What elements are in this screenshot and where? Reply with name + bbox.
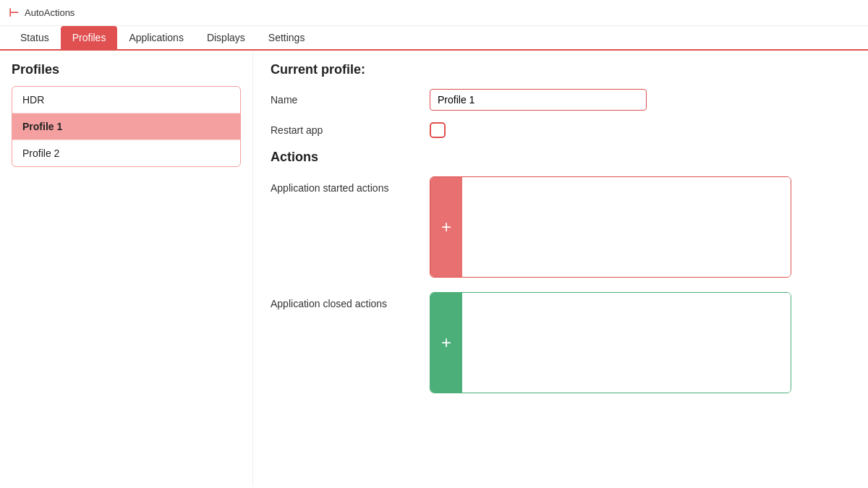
app-icon: ⊢ [9, 6, 19, 20]
profile-item-profile2[interactable]: Profile 2 [12, 140, 240, 166]
nav-applications[interactable]: Applications [117, 26, 195, 49]
restart-label: Restart app [271, 124, 430, 136]
title-bar: ⊢ AutoActions [0, 0, 868, 26]
main-layout: Profiles HDR Profile 1 Profile 2 Current… [0, 51, 868, 487]
app-started-box: + [430, 176, 791, 278]
name-label: Name [271, 94, 430, 106]
app-closed-add-button[interactable]: + [430, 293, 462, 393]
name-input[interactable] [430, 89, 647, 111]
name-row: Name [271, 89, 851, 111]
restart-row: Restart app [271, 122, 851, 138]
content-title: Current profile: [271, 62, 851, 77]
sidebar-title: Profiles [12, 62, 241, 77]
sidebar: Profiles HDR Profile 1 Profile 2 [0, 51, 253, 487]
app-closed-row: Application closed actions + [271, 292, 851, 393]
profile-item-hdr[interactable]: HDR [12, 87, 240, 114]
content-area: Current profile: Name Restart app Action… [253, 51, 868, 487]
nav-status[interactable]: Status [9, 26, 61, 49]
restart-checkbox[interactable] [430, 122, 446, 138]
profile-list: HDR Profile 1 Profile 2 [12, 86, 241, 167]
nav-profiles[interactable]: Profiles [61, 26, 118, 49]
app-started-row: Application started actions + [271, 176, 851, 278]
nav-displays[interactable]: Displays [195, 26, 257, 49]
app-started-add-button[interactable]: + [430, 177, 462, 277]
app-closed-box: + [430, 292, 791, 393]
app-started-content [462, 177, 791, 277]
profile-item-profile1[interactable]: Profile 1 [12, 114, 240, 140]
app-closed-label: Application closed actions [271, 292, 430, 309]
nav-settings[interactable]: Settings [257, 26, 317, 49]
nav-bar: Status Profiles Applications Displays Se… [0, 26, 868, 51]
app-closed-content [462, 293, 791, 393]
app-name: AutoActions [25, 7, 75, 18]
app-started-label: Application started actions [271, 176, 430, 194]
actions-title: Actions [271, 150, 851, 165]
